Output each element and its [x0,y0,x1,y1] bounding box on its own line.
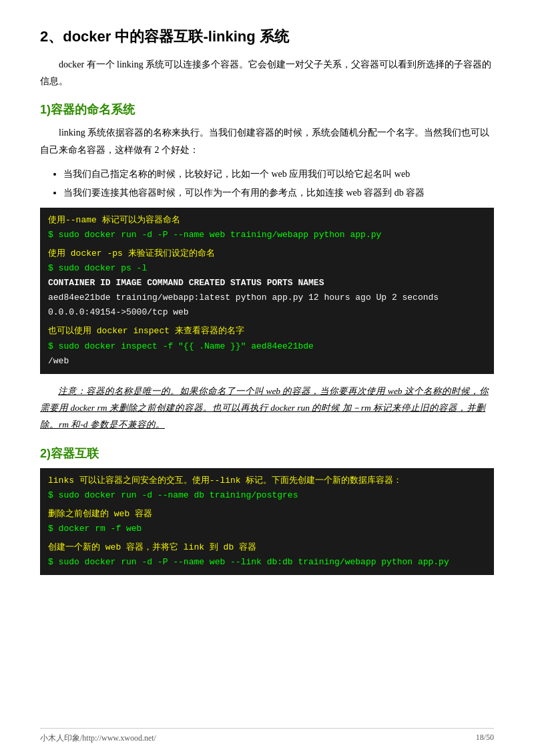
note-block: 注意：容器的名称是唯一的。如果你命名了一个叫 web 的容器，当你要再次使用 w… [40,383,494,433]
code4-output: /web [48,354,486,369]
code2-cmd: $ sudo docker ps -l [48,261,486,276]
page-title: 2、docker 中的容器互联-linking 系统 [40,27,494,47]
section2-code2-comment: 删除之前创建的 web 容器 [48,507,486,522]
footer: 小木人印象/http://www.xwood.net/ 18/50 [40,728,494,744]
section2-code1-cmd: $ sudo docker run -d --name db training/… [48,488,486,503]
section1-intro: linking 系统依据容器的名称来执行。当我们创建容器的时候，系统会随机分配一… [40,124,494,158]
note-label: 注意： [58,386,86,396]
code4-cmd: $ sudo docker inspect -f "{{ .Name }}" a… [48,339,486,354]
section1-title: 1)容器的命名系统 [40,102,494,118]
section2-code3-cmd: $ sudo docker run -d -P --name web --lin… [48,555,486,570]
bullet-item-1: 当我们自己指定名称的时候，比较好记，比如一个 web 应用我们可以给它起名叫 w… [63,165,494,184]
section2-title: 2)容器互联 [40,445,494,461]
code1-comment: 使用--name 标记可以为容器命名 [48,213,486,228]
code-block-2: links 可以让容器之间安全的交互。使用--link 标记。下面先创建一个新的… [40,468,494,576]
section1-bullets: 当我们自己指定名称的时候，比较好记，比如一个 web 应用我们可以给它起名叫 w… [63,165,494,202]
intro-paragraph: docker 有一个 linking 系统可以连接多个容器。它会创建一对父子关系… [40,56,494,89]
code3-header: CONTAINER ID IMAGE COMMAND CREATED STATU… [48,276,486,291]
code3-output: aed84ee21bde training/webapp:latest pyth… [48,291,486,320]
code1-cmd: $ sudo docker run -d -P --name web train… [48,228,486,242]
code2-comment: 使用 docker -ps 来验证我们设定的命名 [48,246,486,261]
section2-code2-cmd: $ docker rm -f web [48,522,486,536]
bullet-item-2: 当我们要连接其他容器时候，可以作为一个有用的参考点，比如连接 web 容器到 d… [63,184,494,202]
code4-comment: 也可以使用 docker inspect 来查看容器的名字 [48,324,486,339]
section2-code1-comment: links 可以让容器之间安全的交互。使用--link 标记。下面先创建一个新的… [48,474,486,488]
footer-right: 18/50 [476,733,494,744]
footer-left: 小木人印象/http://www.xwood.net/ [40,733,156,744]
code-block-1: 使用--name 标记可以为容器命名 $ sudo docker run -d … [40,208,494,374]
section2-code3-comment: 创建一个新的 web 容器，并将它 link 到 db 容器 [48,540,486,555]
note-text: 容器的名称是唯一的。如果你命名了一个叫 web 的容器，当你要再次使用 web … [40,386,489,429]
